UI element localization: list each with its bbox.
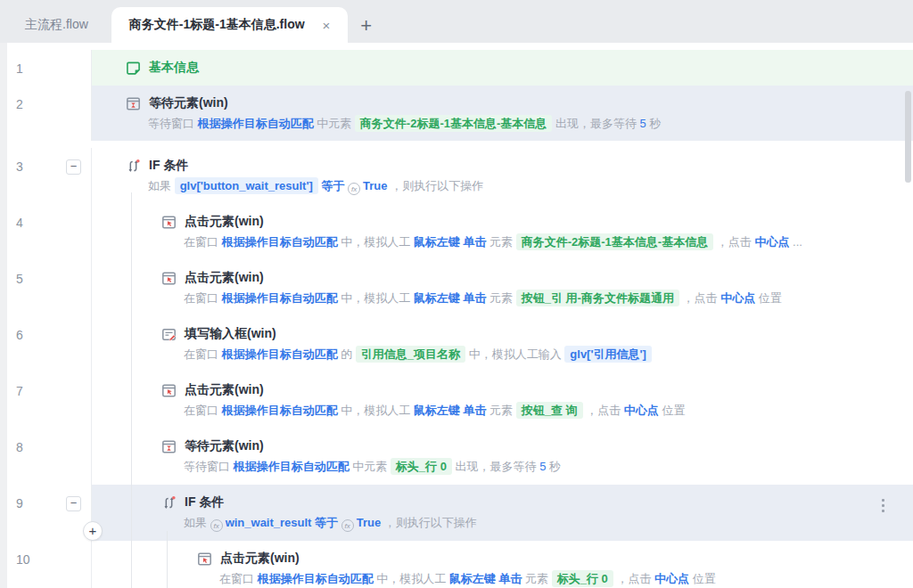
tab-active-flow[interactable]: 商务文件-1标题-1基本信息.flow × [111,7,349,43]
step-title: 点击元素(win) [185,382,264,398]
line-number: 5 [16,272,23,286]
gutter: 2 [0,86,92,141]
gutter: 7 [0,372,92,429]
gutter: 5 [0,260,92,316]
gutter: 3 − [0,148,92,204]
flow-row[interactable]: 1 基本信息 [0,50,913,86]
step-description: 如果 glv['button_wait_result'] 等于 fxTrue ，… [148,177,901,195]
tab-label: 商务文件-1标题-1基本信息.flow [129,17,305,33]
line-number: 1 [16,61,23,76]
left-edge-strip [0,43,7,588]
tab-label: 主流程.flow [25,17,88,33]
indent-guide-line [167,531,168,588]
step-description: 在窗口 根据操作目标自动匹配 中，模拟人工 鼠标左键 单击 元素 按钮_查 询 … [184,402,901,420]
click-element-icon [197,551,212,567]
flow-row[interactable]: 2 等待元素(win) 等待窗口 根据操作目标自动匹配 中元素 商务文件-2标题… [0,86,913,141]
flow-row[interactable]: 4 点击元素(win) 在窗口 根据操作目标自动匹配 中，模拟人工 鼠标左键 单… [0,204,913,260]
flow-row[interactable]: 10 点击元素(win) 在窗口 根据操作目标自动匹配 中，模拟人工 鼠标左键 … [0,541,913,588]
step-description: 在窗口 根据操作目标自动匹配 中，模拟人工 鼠标左键 单击 元素 标头_行 0 … [219,570,901,588]
expression-icon: fx [348,183,360,195]
expression-icon: fx [210,519,223,532]
step-title: 点击元素(win) [220,551,300,567]
line-number: 8 [16,440,23,454]
gutter: 1 [0,50,92,86]
step-title: 填写输入框(win) [185,326,276,342]
flow-row[interactable]: 9 − IF 条件 如果 fxwin_wait_result 等于 fxTrue… [0,485,913,541]
line-number: 4 [16,216,23,230]
flow-editor: 1 基本信息 2 等待元素(win) 等待窗口 根据操作目标自动匹配 中元素 商… [0,43,913,588]
line-number: 6 [16,328,23,342]
expression-icon: fx [341,519,354,532]
step-description: 在窗口 根据操作目标自动匹配 的 引用信息_项目名称 中，模拟人工输入 glv[… [184,346,901,363]
click-element-icon [161,215,177,230]
if-condition-icon [161,495,177,510]
fill-input-icon [161,327,177,342]
step-title: 基本信息 [149,60,199,76]
tab-bar: 主流程.flow 商务文件-1标题-1基本信息.flow × + [0,0,913,43]
gutter: 9 − [0,485,92,541]
line-number: 9 [16,496,23,510]
wait-element-icon [126,96,141,111]
flow-row[interactable]: 3 − IF 条件 如果 glv['button_wait_result'] 等… [0,148,913,204]
new-tab-button[interactable]: + [348,14,384,43]
flow-row[interactable]: 5 点击元素(win) 在窗口 根据操作目标自动匹配 中，模拟人工 鼠标左键 单… [0,260,913,316]
collapse-button[interactable]: − [66,159,81,175]
step-title: 点击元素(win) [185,270,264,286]
step-title: 等待元素(win) [149,95,228,111]
step-description: 在窗口 根据操作目标自动匹配 中，模拟人工 鼠标左键 单击 元素 商务文件-2标… [184,233,901,251]
tab-main-flow[interactable]: 主流程.flow [0,7,111,43]
gutter: 6 [0,316,92,372]
step-title: 等待元素(win) [185,438,264,454]
more-options-icon[interactable] [880,497,886,514]
note-icon [126,61,141,76]
step-description: 如果 fxwin_wait_result 等于 fxTrue ，则执行以下操作 [184,514,901,532]
line-number: 7 [16,384,23,398]
line-number: 2 [16,97,23,111]
gutter: 10 [0,541,92,588]
line-number: 3 [16,159,23,174]
step-title: IF 条件 [149,158,188,174]
insert-step-button[interactable]: + [83,521,103,541]
gutter: 4 [0,204,92,260]
click-element-icon [161,383,177,398]
step-title: 点击元素(win) [185,214,264,230]
if-condition-icon [126,159,141,174]
step-title: IF 条件 [185,494,224,510]
indent-guide-line [131,192,132,588]
flow-row[interactable]: 6 填写输入框(win) 在窗口 根据操作目标自动匹配 的 引用信息_项目名称 … [0,316,913,372]
step-description: 等待窗口 根据操作目标自动匹配 中元素 标头_行 0 出现，最多等待 5 秒 [184,458,901,476]
wait-element-icon [161,439,177,454]
click-element-icon [161,271,177,286]
gutter: 8 [0,429,92,485]
step-description: 在窗口 根据操作目标自动匹配 中，模拟人工 鼠标左键 单击 元素 按钮_引 用-… [184,290,901,307]
close-icon[interactable]: × [319,17,334,34]
vertical-scrollbar[interactable] [905,91,911,183]
collapse-button[interactable]: − [66,496,81,511]
flow-row[interactable]: 7 点击元素(win) 在窗口 根据操作目标自动匹配 中，模拟人工 鼠标左键 单… [0,372,913,429]
step-description: 等待窗口 根据操作目标自动匹配 中元素 商务文件-2标题-1基本信息-基本信息 … [148,115,901,133]
flow-row[interactable]: 8 等待元素(win) 等待窗口 根据操作目标自动匹配 中元素 标头_行 0 出… [0,429,913,485]
line-number: 10 [16,552,30,567]
